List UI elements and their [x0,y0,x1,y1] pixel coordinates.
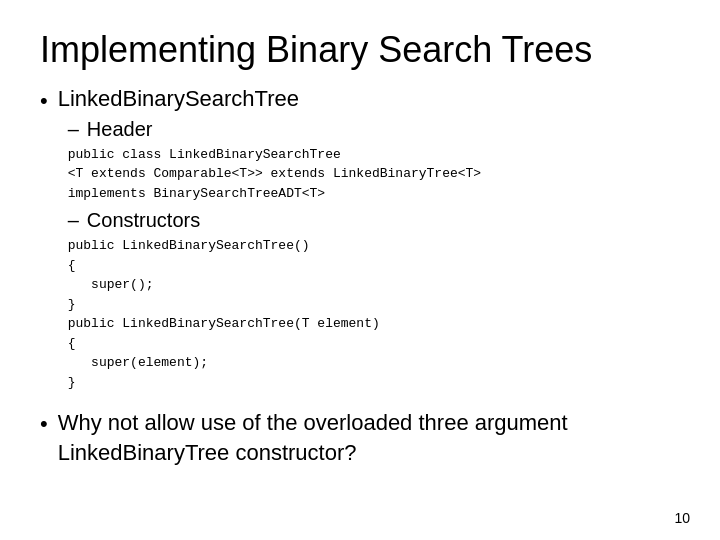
header-code: public class LinkedBinarySearchTree <T e… [68,145,680,204]
dash-label-header: Header [87,118,153,141]
bullet-dot-2: • [40,410,48,439]
dash-header: – [68,118,79,141]
dash-label-constructors: Constructors [87,209,200,232]
dash-constructors: – [68,209,79,232]
slide: Implementing Binary Search Trees • Linke… [0,0,720,540]
dash-item-constructors: – Constructors [68,209,680,232]
bullet-content-1: LinkedBinarySearchTree – Header public c… [58,85,680,398]
page-number: 10 [674,510,690,526]
bullet-item-2: • Why not allow use of the overloaded th… [40,408,680,467]
sub-section-header: – Header public class LinkedBinarySearch… [68,118,680,393]
constructors-code: public LinkedBinarySearchTree() { super(… [68,236,680,392]
bullet-label-1: LinkedBinarySearchTree [58,86,299,111]
dash-item-header: – Header [68,118,680,141]
bullet-dot-1: • [40,87,48,116]
slide-title: Implementing Binary Search Trees [40,28,680,71]
bullet-list: • LinkedBinarySearchTree – Header public… [40,85,680,467]
bullet-item-1: • LinkedBinarySearchTree – Header public… [40,85,680,398]
bullet-label-2: Why not allow use of the overloaded thre… [58,410,568,465]
bullet-content-2: Why not allow use of the overloaded thre… [58,408,680,467]
